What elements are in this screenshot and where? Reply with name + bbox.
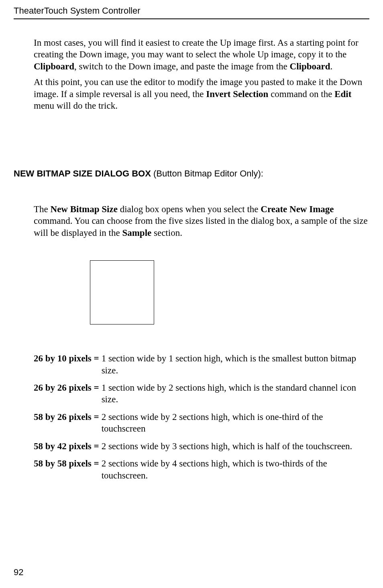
- definition-list: 26 by 10 pixels = 1 section wide by 1 se…: [34, 353, 369, 481]
- text: The: [34, 204, 51, 214]
- definition-row: 58 by 42 pixels = 2 sections wide by 3 s…: [34, 440, 369, 452]
- page: TheaterTouch System Controller In most c…: [0, 0, 383, 588]
- text: dialog box opens when you select the: [118, 204, 261, 214]
- section-heading-rest: (Button Bitmap Editor Only):: [151, 168, 263, 178]
- section-heading-bold: NEW BITMAP SIZE DIALOG BOX: [14, 168, 151, 178]
- definition-term: 26 by 10 pixels =: [34, 353, 99, 364]
- definition-row: 58 by 58 pixels = 2 sections wide by 4 s…: [34, 458, 369, 481]
- text: menu will do the trick.: [34, 101, 118, 111]
- text: section.: [151, 228, 182, 238]
- term-new-bitmap-size: New Bitmap Size: [51, 204, 118, 214]
- running-header: TheaterTouch System Controller: [14, 6, 369, 19]
- text: , switch to the Down image, and paste th…: [74, 61, 290, 71]
- page-number: 92: [14, 567, 23, 578]
- text: .: [330, 61, 333, 71]
- definition-desc: 1 section wide by 1 section high, which …: [99, 353, 369, 376]
- definition-row: 58 by 26 pixels = 2 sections wide by 2 s…: [34, 411, 369, 435]
- term-create-new-image: Create New Image: [261, 204, 334, 214]
- definition-term: 58 by 26 pixels =: [34, 411, 99, 423]
- paragraph-3: The New Bitmap Size dialog box opens whe…: [34, 203, 369, 239]
- term-clipboard: Clipboard: [290, 61, 330, 71]
- definition-desc: 1 section wide by 2 sections high, which…: [99, 382, 369, 406]
- paragraph-2: At this point, you can use the editor to…: [34, 76, 369, 112]
- text: In most cases, you will find it easiest …: [34, 38, 359, 59]
- definition-desc: 2 sections wide by 4 sections high, whic…: [99, 458, 369, 481]
- body-text: In most cases, you will find it easiest …: [14, 19, 369, 481]
- definition-desc: 2 sections wide by 3 sections high, whic…: [99, 440, 369, 452]
- section-heading: NEW BITMAP SIZE DIALOG BOX (Button Bitma…: [14, 168, 369, 179]
- term-invert-selection: Invert Selection: [206, 89, 268, 99]
- paragraph-1: In most cases, you will find it easiest …: [34, 37, 369, 72]
- text: command. You can choose from the five si…: [34, 216, 368, 237]
- definition-term: 58 by 42 pixels =: [34, 440, 99, 452]
- definition-row: 26 by 26 pixels = 1 section wide by 2 se…: [34, 382, 369, 406]
- sample-box: [90, 260, 154, 324]
- definition-desc: 2 sections wide by 2 sections high, whic…: [99, 411, 369, 435]
- text: command on the: [268, 89, 334, 99]
- term-sample: Sample: [122, 228, 151, 238]
- term-clipboard: Clipboard: [34, 61, 74, 71]
- definition-term: 26 by 26 pixels =: [34, 382, 99, 393]
- definition-term: 58 by 58 pixels =: [34, 458, 99, 469]
- definition-row: 26 by 10 pixels = 1 section wide by 1 se…: [34, 353, 369, 376]
- term-edit: Edit: [334, 89, 351, 99]
